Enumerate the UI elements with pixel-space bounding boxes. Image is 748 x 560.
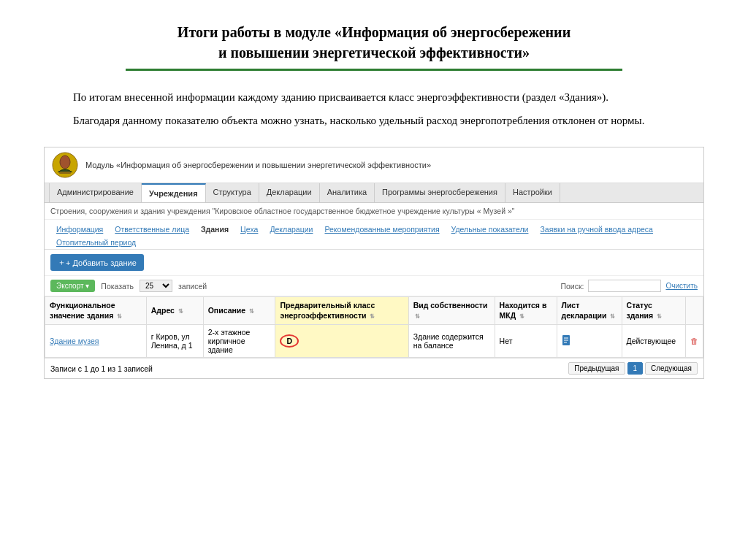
table-row: Здание музея г Киров, ул Ленина, д 1 2-х…: [45, 325, 703, 358]
sub-nav-persons[interactable]: Ответственные лица: [109, 223, 195, 236]
table-controls: Экспорт ▾ Показать 25 50 100 записей Пои…: [45, 276, 703, 296]
sort-icon[interactable]: ⇅: [415, 313, 420, 321]
records-label: записей: [178, 282, 207, 291]
export-button-label: Экспорт ▾: [56, 282, 89, 290]
cell-address: г Киров, ул Ленина, д 1: [146, 325, 203, 358]
nav-item-programs[interactable]: Программы энергосбережения: [375, 183, 505, 202]
sub-nav-heating[interactable]: Отопительный период: [50, 236, 142, 249]
nav-item-admin[interactable]: Администрирование: [49, 183, 142, 202]
paragraph1: По итогам внесенной информации каждому з…: [44, 88, 704, 106]
sub-nav-workshops[interactable]: Цеха: [234, 223, 264, 236]
cell-status: Действующее: [622, 325, 685, 358]
clear-button[interactable]: Очистить: [665, 282, 698, 290]
export-button[interactable]: Экспорт ▾: [50, 280, 95, 292]
table-footer: Записи с 1 до 1 из 1 записей Предыдущая …: [45, 358, 703, 378]
cell-building-name: Здание музея: [45, 325, 147, 358]
intro-text: По итогам внесенной информации каждому з…: [44, 88, 704, 129]
show-label: Показать: [101, 282, 134, 291]
svg-rect-2: [59, 172, 71, 174]
col-energy-class: Предварительный класс энергоэффективност…: [275, 297, 408, 325]
col-ownership: Вид собственности ⇅: [408, 297, 495, 325]
building-name-link[interactable]: Здание музея: [50, 337, 99, 345]
delete-icon[interactable]: 🗑: [690, 337, 698, 345]
nav-item-analytics[interactable]: Аналитика: [320, 183, 375, 202]
cell-energy-class: D: [275, 325, 408, 358]
records-info: Записи с 1 до 1 из 1 записей: [50, 364, 153, 373]
title-underline: [126, 69, 622, 71]
svg-point-1: [60, 156, 70, 169]
sort-icon[interactable]: ⇅: [117, 313, 122, 321]
cell-delete: 🗑: [685, 325, 703, 358]
toolbar: ＋ + Добавить здание: [45, 250, 703, 276]
page-title: Итоги работы в модуле «Информация об эне…: [44, 22, 704, 63]
sub-nav-indicators[interactable]: Удельные показатели: [446, 223, 535, 236]
add-building-icon: ＋: [58, 257, 66, 268]
col-status: Статус здания ⇅: [622, 297, 685, 325]
add-building-button[interactable]: ＋ + Добавить здание: [50, 254, 144, 271]
cell-ownership: Здание содержится на балансе: [408, 325, 495, 358]
sub-nav-requests[interactable]: Заявки на ручной ввода адреса: [534, 223, 659, 236]
col-declaration-sheet: Лист декларации ⇅: [557, 297, 622, 325]
paragraph2: Благодаря данному показателю объекта мож…: [44, 112, 704, 129]
module-header: Модуль «Информация об энергосбережении и…: [45, 147, 703, 183]
pagination: Предыдущая 1 Следующая: [568, 362, 698, 375]
search-input[interactable]: [588, 280, 661, 292]
document-icon[interactable]: [562, 334, 572, 346]
table-controls-right: Поиск: Очистить: [560, 280, 698, 292]
col-description: Описание ⇅: [203, 297, 275, 325]
energy-class-value: D: [280, 334, 299, 348]
sort-icon[interactable]: ⇅: [610, 313, 615, 321]
search-label: Поиск:: [560, 282, 584, 291]
sub-nav-recommendations[interactable]: Рекомендованные мероприятия: [318, 223, 445, 236]
sub-nav-info[interactable]: Информация: [50, 223, 109, 236]
sub-nav: Информация Ответственные лица Здания Цех…: [45, 220, 703, 250]
table-header-row: Функциональное значение здания ⇅ Адрес ⇅…: [45, 297, 703, 325]
sort-icon[interactable]: ⇅: [178, 308, 183, 315]
table-controls-left: Экспорт ▾ Показать 25 50 100 записей: [50, 280, 207, 292]
module-logo-icon: [52, 152, 78, 178]
page-wrapper: Итоги работы в модуле «Информация об эне…: [0, 0, 748, 401]
col-mkd: Находится в МКД ⇅: [495, 297, 557, 325]
data-table: Функциональное значение здания ⇅ Адрес ⇅…: [45, 296, 703, 358]
show-select[interactable]: 25 50 100: [140, 280, 172, 292]
module-header-title: Модуль «Информация об энергосбережении и…: [85, 161, 431, 169]
sort-icon[interactable]: ⇅: [370, 313, 375, 321]
col-actions: [685, 297, 703, 325]
cell-description: 2-х этажное кирпичное здание: [203, 325, 275, 358]
cell-mkd: Нет: [495, 325, 557, 358]
nav-item-settings[interactable]: Настройки: [505, 183, 560, 202]
breadcrumb: Строения, сооружения и здания учреждения…: [45, 203, 703, 220]
sub-nav-buildings[interactable]: Здания: [195, 223, 234, 236]
col-address: Адрес ⇅: [146, 297, 203, 325]
sort-icon[interactable]: ⇅: [519, 313, 524, 321]
page-1-button[interactable]: 1: [627, 362, 644, 375]
col-building-name: Функциональное значение здания ⇅: [45, 297, 147, 325]
sub-nav-decl[interactable]: Декларации: [264, 223, 318, 236]
cell-declaration-sheet: [557, 325, 622, 358]
prev-page-button[interactable]: Предыдущая: [568, 362, 625, 375]
next-page-button[interactable]: Следующая: [645, 362, 698, 375]
nav-item-declarations[interactable]: Декларации: [259, 183, 320, 202]
nav-item-institutions[interactable]: Учреждения: [142, 183, 206, 202]
nav-item-structure[interactable]: Структура: [206, 183, 259, 202]
sort-icon[interactable]: ⇅: [249, 308, 254, 315]
module-screenshot: Модуль «Информация об энергосбережении и…: [44, 147, 704, 379]
add-building-label: + Добавить здание: [66, 258, 137, 267]
sort-icon[interactable]: ⇅: [657, 313, 662, 321]
nav-bar: Администрирование Учреждения Структура Д…: [45, 183, 703, 203]
